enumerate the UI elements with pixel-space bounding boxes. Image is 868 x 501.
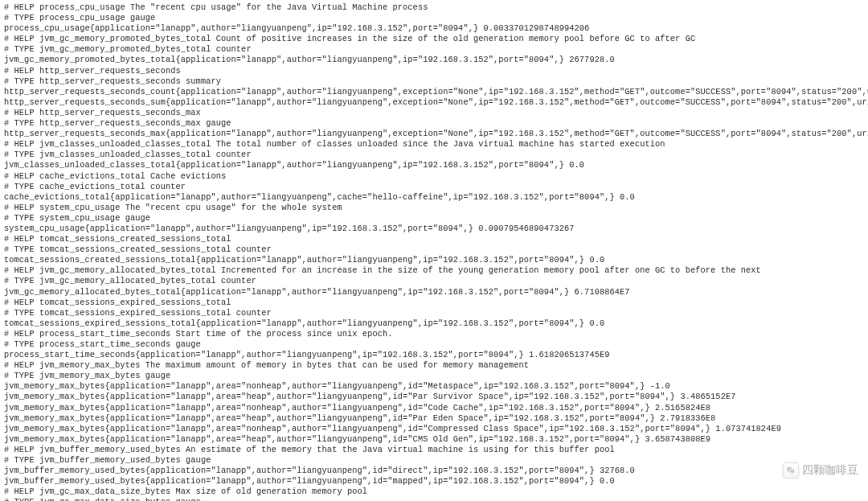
wechat-icon	[783, 462, 799, 478]
watermark-text: 四颗咖啡豆	[802, 463, 858, 478]
wechat-watermark: 四颗咖啡豆	[783, 462, 858, 478]
metrics-text: # HELP process_cpu_usage The "recent cpu…	[0, 0, 868, 501]
